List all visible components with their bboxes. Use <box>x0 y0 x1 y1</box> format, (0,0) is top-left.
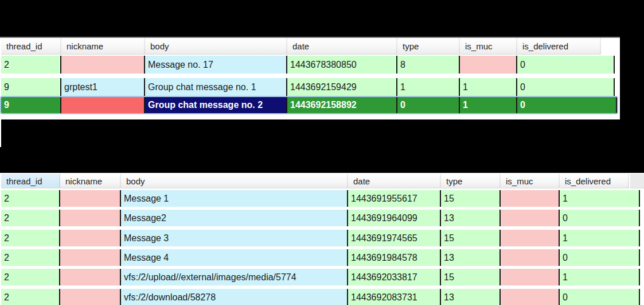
header-filler <box>630 174 644 188</box>
table-cell[interactable] <box>501 230 560 246</box>
column-header-nickname[interactable]: nickname <box>60 174 121 188</box>
table-row[interactable]: 9grptest1Group chat message no. 11443692… <box>1 78 615 96</box>
column-header-body[interactable]: body <box>121 174 348 188</box>
column-header-nickname[interactable]: nickname <box>61 38 145 55</box>
table-cell[interactable]: Message no. 17 <box>145 56 287 74</box>
column-header-date[interactable]: date <box>348 174 441 188</box>
column-header-type[interactable]: type <box>397 38 460 55</box>
table-cell[interactable]: 15 <box>441 190 501 207</box>
column-header-is_muc[interactable]: is_muc <box>501 174 560 188</box>
message-table-bottom: thread_idnicknamebodydatetypeis_mucis_de… <box>0 173 644 305</box>
table-cell[interactable]: 1443692159429 <box>287 78 397 96</box>
table-cell[interactable] <box>501 190 560 207</box>
table-cell[interactable]: 8 <box>397 56 460 74</box>
table-cell[interactable]: 1 <box>560 269 640 285</box>
table-cell[interactable]: 1443691974565 <box>348 230 441 246</box>
table-cell[interactable]: Message 1 <box>121 190 348 207</box>
table-cell[interactable]: 1443678380850 <box>287 56 397 74</box>
table-cell[interactable] <box>61 97 145 113</box>
table-row[interactable]: 2Message 11443691955617151 <box>1 190 640 207</box>
table-cell[interactable] <box>501 289 560 305</box>
window-edge-stub <box>0 119 1 147</box>
table-cell[interactable]: 2 <box>1 269 60 285</box>
table-cell[interactable]: 0 <box>560 289 640 305</box>
table-cell[interactable]: 2 <box>1 249 60 266</box>
table-cell[interactable]: 0 <box>397 97 460 113</box>
header-row: thread_idnicknamebodydatetypeis_mucis_de… <box>1 174 644 188</box>
table-cell[interactable]: 1443691964099 <box>348 210 441 226</box>
table-cell[interactable]: 2 <box>1 210 60 226</box>
table-cell[interactable] <box>60 289 121 305</box>
table-cell[interactable]: 2 <box>1 56 61 74</box>
table-cell[interactable]: grptest1 <box>61 78 145 96</box>
table-cell[interactable]: 1443691955617 <box>348 190 441 207</box>
table-row[interactable]: 2Message 31443691974565151 <box>1 230 640 246</box>
table-row[interactable]: 2Message 41443691984578130 <box>1 249 640 266</box>
table-cell[interactable]: Message2 <box>121 210 348 226</box>
table-cell[interactable] <box>60 230 121 246</box>
table-cell[interactable] <box>61 56 145 74</box>
table-cell[interactable]: Message 4 <box>121 249 348 266</box>
column-header-is_delivered[interactable]: is_delivered <box>517 38 601 55</box>
table-cell[interactable]: vfs:/2/upload//external/images/media/577… <box>121 269 348 285</box>
table-cell[interactable]: Group chat message no. 2 <box>145 97 287 113</box>
table-cell[interactable]: 0 <box>560 249 640 266</box>
table-cell[interactable]: 9 <box>1 78 61 96</box>
message-table-top: thread_idnicknamebodydatetypeis_mucis_de… <box>0 37 620 119</box>
table-cell[interactable]: 1443692033817 <box>348 269 441 285</box>
table-cell[interactable]: Group chat message no. 1 <box>145 78 287 96</box>
table-cell[interactable] <box>60 249 121 266</box>
table-cell[interactable]: 0 <box>517 56 615 74</box>
table-cell[interactable]: 0 <box>517 78 615 96</box>
table-cell[interactable] <box>60 210 121 226</box>
table-cell[interactable]: 2 <box>1 230 60 246</box>
column-header-date[interactable]: date <box>287 38 397 55</box>
table-row[interactable]: 2vfs:/2/upload//external/images/media/57… <box>1 269 640 285</box>
table-cell[interactable]: 15 <box>441 269 501 285</box>
table-cell[interactable]: 0 <box>560 210 640 226</box>
table-row[interactable]: 2vfs:/2/download/582781443692083731130 <box>1 289 640 305</box>
table-cell[interactable]: 13 <box>441 289 501 305</box>
table-cell[interactable]: 2 <box>1 190 60 207</box>
table-cell[interactable]: 15 <box>441 230 501 246</box>
table-row[interactable]: 2Message21443691964099130 <box>1 210 640 226</box>
column-header-is_muc[interactable]: is_muc <box>460 38 517 55</box>
table-cell[interactable] <box>460 56 517 74</box>
table-cell[interactable]: 1443692083731 <box>348 289 441 305</box>
table-cell[interactable]: 1 <box>560 230 640 246</box>
column-header-body[interactable]: body <box>145 38 287 55</box>
table-cell[interactable]: 1 <box>560 190 640 207</box>
table-cell[interactable]: 13 <box>441 249 501 266</box>
table-cell[interactable]: 0 <box>517 97 617 113</box>
column-header-type[interactable]: type <box>441 174 501 188</box>
table-cell[interactable]: 13 <box>441 210 501 226</box>
table-cell[interactable]: 1 <box>460 78 517 96</box>
table-cell[interactable] <box>501 249 560 266</box>
table-cell[interactable]: 1 <box>460 97 517 113</box>
selected-row[interactable]: 9Group chat message no. 2144369215889201… <box>0 96 618 114</box>
table-cell[interactable] <box>501 269 560 285</box>
table-cell[interactable]: 1443691984578 <box>348 249 441 266</box>
header-row: thread_idnicknamebodydatetypeis_mucis_de… <box>1 38 601 55</box>
table-cell[interactable]: 2 <box>1 289 60 305</box>
column-header-is_delivered[interactable]: is_delivered <box>560 174 629 188</box>
column-header-thread_id[interactable]: thread_id <box>1 174 60 188</box>
table-cell[interactable]: 9 <box>1 97 61 113</box>
table-row[interactable]: 2Message no. 17144367838085080 <box>1 56 615 74</box>
column-header-thread_id[interactable]: thread_id <box>1 38 61 55</box>
table-cell[interactable] <box>60 190 121 207</box>
table-cell[interactable]: 1 <box>397 78 460 96</box>
table-cell[interactable]: 1443692158892 <box>287 97 397 113</box>
table-cell[interactable]: Message 3 <box>121 230 348 246</box>
table-cell[interactable]: vfs:/2/download/58278 <box>121 289 348 305</box>
table-cell[interactable] <box>501 210 560 226</box>
table-cell[interactable] <box>60 269 121 285</box>
